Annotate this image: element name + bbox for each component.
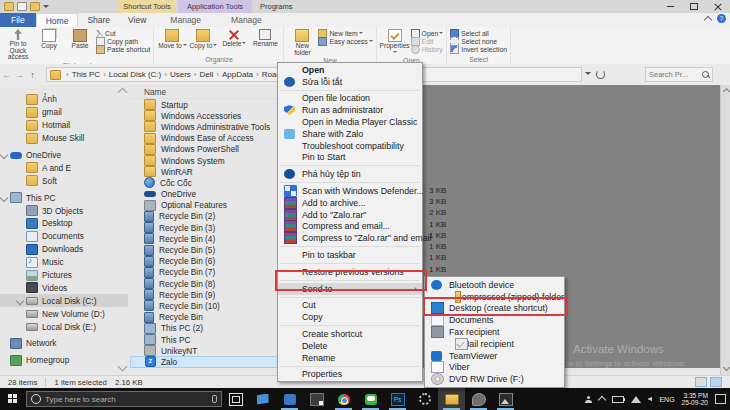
scroll-down-icon[interactable] — [723, 364, 730, 371]
action-center-icon[interactable] — [715, 394, 726, 404]
menu-item-copy[interactable]: Copy — [278, 311, 422, 323]
network-icon[interactable] — [631, 396, 641, 403]
ribbon-button-paste[interactable]: Paste — [65, 28, 95, 50]
sidebar-item-nh[interactable]: Ảnh — [0, 93, 128, 106]
ribbon-button-invert-selection[interactable]: Invert selection — [450, 46, 507, 53]
menu-item-add-to-archive[interactable]: Add to archive... — [278, 197, 422, 209]
menu-item-open-file-location[interactable]: Open file location — [278, 93, 422, 105]
menu-item-scan-with-windows-defender[interactable]: Scan with Windows Defender... — [278, 185, 422, 197]
ribbon-button-open[interactable]: Open — [411, 30, 444, 37]
collapse-ribbon-icon[interactable] — [704, 15, 712, 23]
ribbon-button-pin-to-quick-access[interactable]: Pin to Quick access — [3, 28, 33, 61]
taskbar-file-explorer-button[interactable] — [438, 388, 465, 410]
menu-item-delete[interactable]: Delete — [278, 340, 422, 352]
thumbnails-view-icon[interactable] — [710, 377, 722, 387]
sidebar-item-pictures[interactable]: Pictures — [0, 269, 128, 282]
vertical-scrollbar[interactable] — [720, 85, 730, 375]
submenu-item-dvd-rw-drive-f[interactable]: DVD RW Drive (F:) — [425, 373, 564, 385]
hidden-icons-chevron-icon[interactable] — [598, 396, 606, 404]
sidebar-item-3d-objects[interactable]: 3D Objects — [0, 204, 128, 217]
menu-item-rename[interactable]: Rename — [278, 352, 422, 364]
taskbar-notes-button[interactable] — [303, 388, 330, 410]
volume-icon[interactable] — [648, 397, 652, 402]
submenu-item-mail-recipient[interactable]: Mail recipient — [425, 338, 564, 350]
tab-manage[interactable]: Manage — [222, 13, 271, 27]
ribbon-button-copy[interactable]: Copy — [34, 28, 64, 50]
microphone-icon[interactable] — [212, 395, 217, 403]
quick-access-folder-icon[interactable] — [4, 2, 14, 11]
ribbon-button-new-folder[interactable]: New folder — [287, 28, 317, 56]
sidebar-item-this-pc[interactable]: This PC — [0, 191, 128, 204]
tab-manage[interactable]: Manage — [161, 13, 210, 27]
submenu-item-teamviewer[interactable]: TeamViewer — [425, 350, 564, 362]
expand-chevron-icon[interactable] — [0, 193, 8, 201]
help-icon[interactable] — [717, 14, 726, 23]
sidebar-item-onedrive[interactable]: OneDrive — [0, 149, 128, 162]
ribbon-button-move-to[interactable]: Move to — [157, 28, 187, 50]
breadcrumb-segment-local-disk-c[interactable]: Local Disk (C:) — [109, 70, 161, 79]
taskbar-device-button[interactable] — [249, 388, 276, 410]
submenu-item-bluetooth-device[interactable]: Bluetooth device — [425, 279, 564, 291]
ribbon-button-copy-path[interactable]: Copy path — [96, 38, 150, 45]
submenu-item-desktop-create-shortcut[interactable]: Desktop (create shortcut) — [425, 303, 564, 315]
maximize-button[interactable] — [682, 0, 706, 13]
ribbon-button-delete[interactable]: Delete — [219, 28, 249, 48]
menu-item-open-in-media-player-classic[interactable]: Open in Media Player Classic — [278, 116, 422, 128]
sidebar-item-a-and-e[interactable]: A and E — [0, 161, 128, 174]
ribbon-button-rename[interactable]: Rename — [250, 28, 280, 48]
ribbon-button-properties[interactable]: Properties — [380, 28, 410, 56]
menu-item-share-with-zalo[interactable]: Share with Zalo — [278, 128, 422, 140]
submenu-item-viber[interactable]: Viber — [425, 362, 564, 374]
menu-item-properties[interactable]: Properties — [278, 369, 422, 381]
sidebar-item-local-disk-c[interactable]: Local Disk (C:) — [0, 294, 128, 307]
breadcrumb-segment-dell[interactable]: Dell — [199, 70, 213, 79]
taskbar-task-view-button[interactable] — [222, 388, 249, 410]
tab-view[interactable]: View — [119, 13, 155, 27]
sidebar-item-local-disk-e[interactable]: Local Disk (E:) — [0, 320, 128, 333]
taskbar-contact-button[interactable] — [276, 388, 303, 410]
breadcrumb-segment-appdata[interactable]: AppData — [222, 70, 253, 79]
menu-item-troubleshoot-compatibility[interactable]: Troubleshoot compatibility — [278, 140, 422, 152]
expand-chevron-icon[interactable] — [16, 297, 24, 305]
sidebar-item-music[interactable]: Music — [0, 256, 128, 269]
up-icon[interactable]: ↑ — [26, 70, 39, 80]
taskbar-line-button[interactable] — [357, 388, 384, 410]
battery-icon[interactable] — [612, 396, 624, 403]
quick-access-new-folder-icon[interactable] — [30, 2, 40, 11]
menu-item-send-to[interactable]: Send to — [278, 283, 422, 295]
people-icon[interactable] — [585, 396, 592, 403]
sidebar-item-hotmail[interactable]: Hotmail — [0, 119, 128, 132]
taskbar-chrome-button[interactable] — [330, 388, 357, 410]
sidebar-item-gmail[interactable]: gmail — [0, 106, 128, 119]
sidebar-item-network[interactable]: Network — [0, 337, 128, 350]
menu-item-s-a-l-i-t-t[interactable]: Sửa lỗi tắt — [278, 76, 422, 88]
back-icon[interactable]: ← — [0, 70, 13, 80]
start-button[interactable] — [0, 388, 26, 410]
tab-share[interactable]: Share — [78, 13, 119, 27]
menu-item-add-to-zalo-rar[interactable]: Add to "Zalo.rar" — [278, 209, 422, 221]
ribbon-button-paste-shortcut[interactable]: Paste shortcut — [96, 46, 150, 53]
menu-item-create-shortcut[interactable]: Create shortcut — [278, 328, 422, 340]
details-view-icon[interactable] — [695, 377, 707, 387]
submenu-item-compressed-zipped-folder[interactable]: Compressed (zipped) folder — [425, 291, 564, 303]
menu-item-compress-and-email[interactable]: Compress and email... — [278, 221, 422, 233]
menu-item-pin-to-start[interactable]: Pin to Start — [278, 152, 422, 164]
breadcrumb-segment-users[interactable]: Users — [170, 70, 191, 79]
menu-item-run-as-administrator[interactable]: Run as administrator — [278, 104, 422, 116]
minimize-button[interactable] — [658, 0, 682, 13]
sidebar-item-downloads[interactable]: Downloads — [0, 243, 128, 256]
ribbon-button-easy-access[interactable]: Easy access — [318, 38, 372, 45]
menu-item-compress-to-zalo-rar-and-email[interactable]: Compress to "Zalo.rar" and email — [278, 232, 422, 244]
quick-access-caret-icon[interactable] — [43, 5, 49, 11]
breadcrumb-segment-this-pc[interactable]: This PC — [72, 70, 100, 79]
taskbar-paint-button[interactable] — [465, 388, 492, 410]
quick-access-properties-icon[interactable] — [17, 2, 27, 11]
close-button[interactable] — [706, 0, 730, 13]
ribbon-button-new-item[interactable]: New item — [318, 30, 372, 37]
sidebar-item-homegroup[interactable]: Homegroup — [0, 354, 128, 367]
ribbon-button-select-all[interactable]: Select all — [450, 30, 507, 37]
scroll-up-icon[interactable] — [723, 88, 730, 95]
taskbar-search-input[interactable]: Type here to search — [26, 391, 222, 407]
menu-item-ph-h-y-t-p-tin[interactable]: Phá hủy tệp tin — [278, 168, 422, 180]
menu-item-cut[interactable]: Cut — [278, 300, 422, 312]
